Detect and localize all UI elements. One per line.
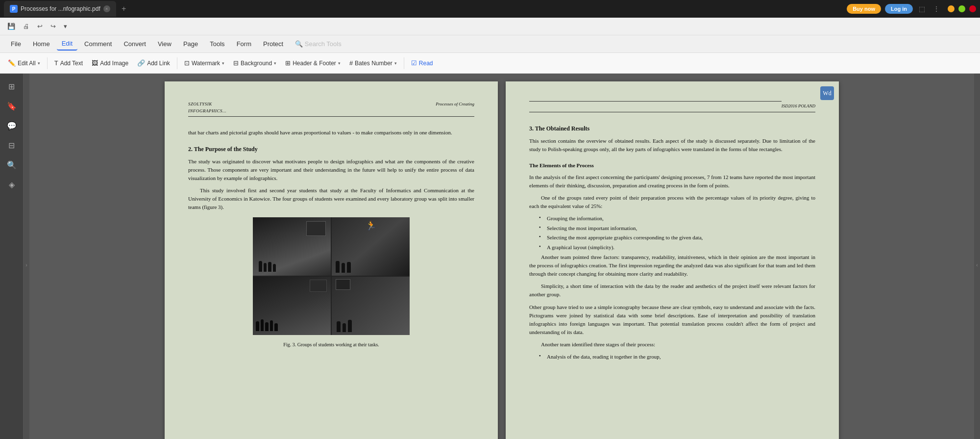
redo-button[interactable]: ↪ <box>48 21 58 31</box>
para-other: Other group have tried to use a simple i… <box>529 303 815 336</box>
menu-view[interactable]: View <box>153 38 176 50</box>
section2-para2: This study involved first and second yea… <box>188 186 474 211</box>
photo-cell-4 <box>332 277 410 335</box>
bates-icon: # <box>349 59 353 67</box>
watermark-button[interactable]: ⊡ Watermark ▾ <box>180 57 228 69</box>
menu-search-tools[interactable]: 🔍 Search Tools <box>290 38 346 50</box>
more-icon[interactable]: ⋮ <box>931 4 942 14</box>
priority-bullets: Grouping the information, Selecting the … <box>541 214 815 251</box>
para-after-bullets: Another team pointed three factors: tran… <box>529 253 815 278</box>
elements-title: The Elements of the Process <box>529 161 815 170</box>
right-collapse-handle[interactable]: ‹ <box>974 74 980 439</box>
close-button[interactable]: × <box>969 5 976 12</box>
undo-button[interactable]: ↩ <box>35 21 45 31</box>
new-tab-button[interactable]: + <box>118 3 130 15</box>
left-sidebar: ⊞ 🔖 💬 ⊟ 🔍 ◈ <box>0 74 24 439</box>
bates-number-button[interactable]: # Bates Number ▾ <box>345 57 401 69</box>
bullet-2: Selecting the most important information… <box>541 224 815 232</box>
header-footer-icon: ⊞ <box>285 59 291 67</box>
bates-caret: ▾ <box>394 61 397 66</box>
active-tab[interactable]: P Processes for ...nfographic.pdf × <box>4 1 116 17</box>
header-footer-button[interactable]: ⊞ Header & Footer ▾ <box>281 57 344 69</box>
watermark-icon: ⊡ <box>184 59 190 67</box>
section3-title: 3. The Obtained Results <box>529 124 815 133</box>
print-quick-button[interactable]: 🖨 <box>21 21 32 31</box>
stages-bullets: Analysis of the data, reading it togethe… <box>541 353 815 361</box>
photo-cell-2: 🏃 <box>332 217 410 276</box>
bullet-3: Selecting the most appropriate graphics … <box>541 233 815 242</box>
menu-form[interactable]: Form <box>232 38 256 50</box>
login-button[interactable]: Log in <box>885 4 913 14</box>
pdf-page-2: Wd ISD2016 POLAND 3. The Obtained Result… <box>506 81 839 439</box>
elements-para1: In the analysis of the first aspect conc… <box>529 173 815 190</box>
pdf-area[interactable]: Szoltysik Infographics... Processes of C… <box>29 74 974 439</box>
separator-1 <box>47 57 48 69</box>
sidebar-bookmark-icon[interactable]: 🔖 <box>3 97 21 115</box>
left-collapse-handle[interactable]: › <box>24 74 29 439</box>
read-button[interactable]: ☑ Read <box>407 57 437 69</box>
minimize-button[interactable]: − <box>948 5 955 12</box>
buy-now-button[interactable]: Buy now <box>847 4 881 14</box>
add-link-button[interactable]: 🔗 Add Link <box>133 57 174 69</box>
bullet-4: A graphical layout (simplicity). <box>541 243 815 252</box>
customize-quick-button[interactable]: ▾ <box>61 21 70 31</box>
menu-comment[interactable]: Comment <box>79 38 117 50</box>
menu-home[interactable]: Home <box>28 38 55 50</box>
bullet-analysis: Analysis of the data, reading it togethe… <box>541 353 815 361</box>
pdf-page-1: Szoltysik Infographics... Processes of C… <box>165 81 498 439</box>
menu-tools[interactable]: Tools <box>205 38 229 50</box>
title-actions: Buy now Log in ⬚ ⋮ <box>847 4 942 14</box>
title-bar: P Processes for ...nfographic.pdf × + Bu… <box>0 0 980 18</box>
page1-header-right: Processes of Creating <box>436 101 474 114</box>
background-icon: ⊟ <box>233 59 239 67</box>
section3-intro: This section contains the overview of ob… <box>529 137 815 154</box>
menu-edit[interactable]: Edit <box>57 37 77 51</box>
page1-header: Szoltysik Infographics... Processes of C… <box>188 101 474 117</box>
quick-toolbar: 💾 🖨 ↩ ↪ ▾ <box>0 18 980 35</box>
app-icon: P <box>10 5 18 13</box>
page2-header-left <box>529 101 782 110</box>
read-icon: ☑ <box>411 59 417 67</box>
background-caret: ▾ <box>274 61 276 66</box>
photo-grid: 🏃 <box>253 217 410 335</box>
tab-close-button[interactable]: × <box>103 5 110 12</box>
para-three-stages: Another team identified three stages of … <box>529 340 815 349</box>
fig3-caption: Fig. 3. Groups of students working at th… <box>188 341 474 348</box>
photo-cell-1 <box>253 217 331 276</box>
menu-protect[interactable]: Protect <box>258 38 288 50</box>
page1-header-left: Szoltysik Infographics... <box>188 101 226 114</box>
sidebar-panels-icon[interactable]: ⊞ <box>3 77 21 95</box>
add-text-button[interactable]: T Add Text <box>50 57 87 69</box>
page2-header: ISD2016 POLAND <box>529 101 815 112</box>
page2-header-right: ISD2016 POLAND <box>782 101 815 110</box>
background-button[interactable]: ⊟ Background ▾ <box>229 57 280 69</box>
edit-icon: ✏️ <box>8 59 16 67</box>
section2-para1: The study was originated to discover wha… <box>188 157 474 182</box>
add-text-icon: T <box>54 59 58 67</box>
menu-convert[interactable]: Convert <box>119 38 151 50</box>
save-quick-button[interactable]: 💾 <box>5 21 18 31</box>
separator-3 <box>404 57 404 69</box>
watermark-caret: ▾ <box>222 61 224 66</box>
sidebar-search-icon[interactable]: 🔍 <box>3 156 21 174</box>
add-image-icon: 🖼 <box>92 59 98 67</box>
main-area: ⊞ 🔖 💬 ⊟ 🔍 ◈ › Szoltysik Infographics... … <box>0 74 980 439</box>
photo-cell-3 <box>253 277 331 335</box>
sidebar-thumbnail-icon[interactable]: ⊟ <box>3 136 21 154</box>
elements-para2: One of the groups rated every point of t… <box>529 194 815 210</box>
sidebar-comment-icon[interactable]: 💬 <box>3 117 21 134</box>
tab-area: P Processes for ...nfographic.pdf × + <box>4 1 847 17</box>
section2-title: 2. The Purpose of the Study <box>188 145 474 154</box>
tab-title: Processes for ...nfographic.pdf <box>21 5 100 12</box>
menu-page[interactable]: Page <box>178 38 203 50</box>
window-controls: − □ × <box>948 5 976 12</box>
menu-file[interactable]: File <box>6 38 26 50</box>
sidebar-layers-icon[interactable]: ◈ <box>3 176 21 193</box>
maximize-button[interactable]: □ <box>958 5 965 12</box>
page1-intro-text: that bar charts and pictorial graphs sho… <box>188 129 474 137</box>
edit-toolbar: ✏️ Edit All ▾ T Add Text 🖼 Add Image 🔗 A… <box>0 53 980 74</box>
page2-corner-icon: Wd <box>820 86 834 100</box>
add-image-button[interactable]: 🖼 Add Image <box>88 57 132 69</box>
cast-icon[interactable]: ⬚ <box>917 4 927 14</box>
edit-all-button[interactable]: ✏️ Edit All ▾ <box>4 57 44 69</box>
